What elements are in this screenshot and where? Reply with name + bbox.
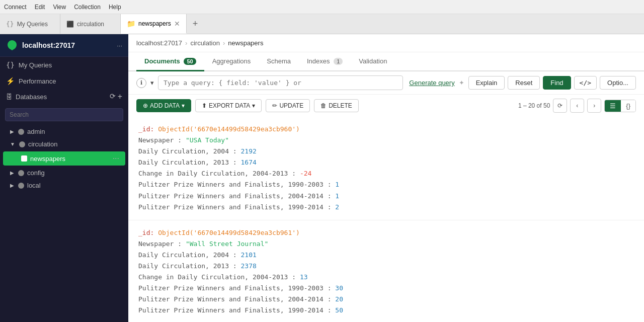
json-view-button[interactable]: {} (621, 100, 635, 112)
code-view-button[interactable]: </> (574, 76, 597, 90)
tab-newspapers-label: newspapers (138, 20, 171, 27)
search-input[interactable] (5, 108, 123, 121)
menu-view[interactable]: View (53, 4, 66, 11)
refresh-databases-icon[interactable]: ⟳ (110, 92, 116, 101)
content-area: localhost:27017 › circulation › newspape… (128, 34, 644, 322)
sidebar-item-my-queries[interactable]: {} My Queries (0, 57, 128, 73)
generate-query-link[interactable]: Generate query (409, 79, 454, 87)
tab-documents[interactable]: Documents 50 (136, 52, 204, 71)
logo-icon (6, 39, 18, 51)
export-data-button[interactable]: ⬆ EXPORT DATA ▾ (195, 99, 262, 112)
field-change-value-2: 13 (300, 273, 308, 281)
options-button[interactable]: Optio... (600, 76, 636, 90)
tab-validation[interactable]: Validation (351, 52, 395, 71)
field-pulitzer2-label-2: Pulitzer Prize Winners and Finalists, 20… (138, 295, 332, 303)
sidebar-header: localhost:27017 ··· (0, 34, 128, 57)
sidebar-options-button[interactable]: ··· (117, 42, 122, 49)
databases-icon: 🗄 (6, 93, 13, 101)
tab-aggregations[interactable]: Aggregations (204, 52, 259, 71)
find-button[interactable]: Find (543, 76, 571, 90)
host-name: localhost:27017 (22, 41, 113, 49)
chevron-right-icon: ▶ (10, 129, 14, 134)
breadcrumb-host[interactable]: localhost:27017 (136, 39, 182, 47)
table-row: _id: ObjectId('6670e14499d58429ea3cb961'… (128, 220, 644, 322)
field-id-2: _id: (138, 229, 154, 236)
collection-options-icon[interactable]: ··· (113, 154, 119, 163)
db-icon-config (18, 170, 24, 176)
delete-label: DELETE (329, 102, 352, 109)
field-dc2004-value: 2192 (241, 147, 257, 155)
tab-circulation-label: circulation (77, 21, 104, 28)
menu-edit[interactable]: Edit (35, 4, 45, 11)
tab-newspapers[interactable]: 📁 newspapers ✕ (121, 14, 187, 34)
field-newspaper-label-2: Newspaper : (138, 240, 182, 248)
add-chevron-icon: ▾ (182, 102, 185, 109)
sidebar-item-newspapers[interactable]: newspapers ··· (3, 151, 125, 166)
sidebar-newspapers-label: newspapers (30, 155, 65, 163)
menu-bar: Connect Edit View Collection Help (0, 0, 644, 14)
sidebar-item-performance[interactable]: ⚡ Performance (0, 73, 128, 89)
refresh-button[interactable]: ⟳ (553, 99, 567, 113)
action-bar: ⊕ ADD DATA ▾ ⬆ EXPORT DATA ▾ ✏ UPDATE 🗑 … (128, 95, 644, 117)
field-id-value: ObjectId('6670e14499d58429ea3cb960') (158, 125, 300, 133)
breadcrumb-collection: newspapers (228, 39, 263, 47)
add-data-button[interactable]: ⊕ ADD DATA ▾ (136, 99, 191, 112)
breadcrumb-sep-1: › (185, 39, 187, 47)
update-label: UPDATE (279, 102, 303, 109)
queries-icon: {} (6, 61, 15, 69)
add-database-icon[interactable]: + (118, 92, 122, 101)
menu-collection[interactable]: Collection (74, 4, 101, 11)
db-icon-admin (18, 129, 24, 135)
export-label: EXPORT DATA (209, 102, 250, 109)
trash-icon: 🗑 (320, 102, 327, 109)
main-layout: localhost:27017 ··· {} My Queries ⚡ Perf… (0, 34, 644, 322)
list-view-button[interactable]: ☰ (605, 100, 621, 112)
sidebar-item-local[interactable]: ▶ local (0, 179, 128, 192)
prev-page-button[interactable]: ‹ (570, 99, 584, 113)
sidebar-item-admin[interactable]: ▶ admin (0, 125, 128, 138)
tab-queries-icon: {} (6, 20, 14, 28)
export-icon: ⬆ (202, 102, 207, 109)
delete-button[interactable]: 🗑 DELETE (314, 99, 359, 112)
documents-list: _id: ObjectId('6670e14499d58429ea3cb960'… (128, 117, 644, 322)
explain-button[interactable]: Explain (468, 76, 505, 90)
tab-circulation-icon: ⬛ (66, 21, 74, 28)
toolbar-right: Explain Reset Find </> Optio... (468, 76, 636, 90)
tab-my-queries[interactable]: {} My Queries (0, 14, 60, 34)
tab-circulation[interactable]: ⬛ circulation (60, 14, 121, 34)
close-tab-icon[interactable]: ✕ (174, 20, 180, 28)
db-icon-circulation (19, 141, 25, 147)
tab-indexes[interactable]: Indexes 1 (299, 52, 351, 71)
breadcrumb-db[interactable]: circulation (190, 39, 220, 47)
query-toolbar: ℹ ▾ Generate query ✦ Explain Reset Find … (128, 71, 644, 95)
add-tab-button[interactable]: + (187, 14, 204, 34)
databases-label: Databases (16, 93, 47, 101)
tab-bar: {} My Queries ⬛ circulation 📁 newspapers… (0, 14, 644, 34)
sidebar-item-circulation[interactable]: ▼ circulation (0, 138, 128, 150)
plus-icon: ⊕ (143, 102, 148, 109)
field-newspaper-value-2: "Wall Street Journal" (186, 240, 268, 248)
update-button[interactable]: ✏ UPDATE (266, 99, 310, 112)
sidebar-circulation-label: circulation (28, 140, 58, 148)
menu-connect[interactable]: Connect (4, 4, 27, 11)
field-change-label-2: Change in Daily Circulation, 2004-2013 : (138, 273, 296, 281)
pencil-icon: ✏ (272, 102, 277, 109)
sidebar-item-config[interactable]: ▶ config (0, 167, 128, 179)
query-input[interactable] (158, 75, 403, 90)
sparkle-icon: ✦ (459, 79, 464, 87)
reset-button[interactable]: Reset (508, 76, 540, 90)
validation-tab-label: Validation (359, 57, 387, 65)
dropdown-arrow-icon[interactable]: ▾ (150, 79, 154, 87)
aggregations-tab-label: Aggregations (212, 57, 251, 65)
sidebar-databases-header[interactable]: 🗄 Databases ⟳ + (0, 89, 128, 104)
tab-schema[interactable]: Schema (259, 52, 299, 71)
breadcrumb-sep-2: › (223, 39, 225, 47)
field-pulitzer2-label: Pulitzer Prize Winners and Finalists, 20… (138, 192, 332, 200)
field-pulitzer3-value: 2 (335, 203, 339, 211)
breadcrumb: localhost:27017 › circulation › newspape… (128, 34, 644, 52)
next-page-button[interactable]: › (587, 99, 601, 113)
field-dc2013-value: 1674 (241, 158, 257, 166)
field-pulitzer2-value-2: 20 (335, 295, 343, 303)
menu-help[interactable]: Help (109, 4, 121, 11)
query-info-icon[interactable]: ℹ (136, 78, 146, 88)
